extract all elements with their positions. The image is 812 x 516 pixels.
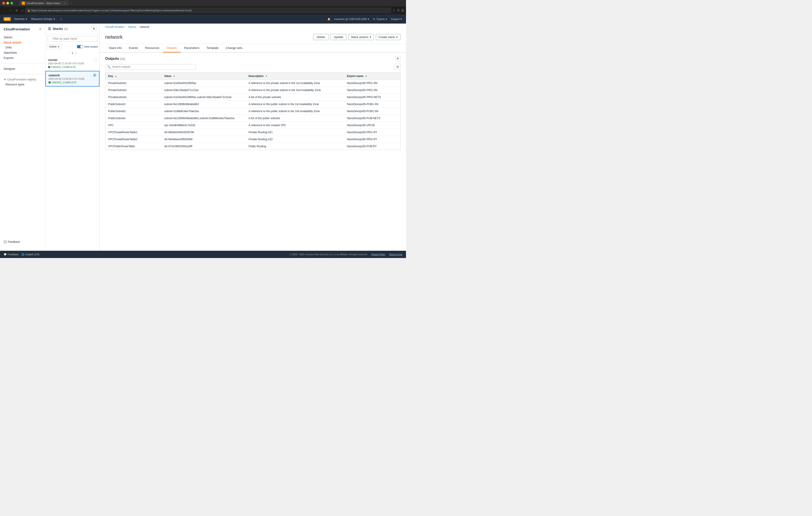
- next-page-btn[interactable]: ›: [75, 51, 77, 55]
- gear-settings-btn[interactable]: ⚙: [395, 64, 401, 70]
- sidebar-item-resource-types[interactable]: Resource types: [0, 82, 45, 87]
- output-key-0: PrivateSubnet1: [105, 80, 162, 87]
- network-radio[interactable]: [93, 73, 96, 77]
- update-button[interactable]: Update: [330, 34, 347, 40]
- output-value-9: rtb-074c28933392a35ff: [162, 143, 246, 150]
- reload-btn[interactable]: ↻: [14, 8, 19, 13]
- nested-toggle-switch[interactable]: [77, 45, 83, 48]
- browser-tab-title: CloudFormation - Stack netwo...: [26, 2, 62, 4]
- bell-icon[interactable]: 🔔: [327, 18, 330, 21]
- stack-pagination: ‹ 1 ›: [45, 50, 99, 56]
- table-row: PrivateSubnet1 subnet-0ce54e4f410f94fac …: [105, 80, 401, 87]
- refresh-outputs-btn[interactable]: ↻: [395, 56, 401, 61]
- url-bar[interactable]: 🔒 https://console.aws.amazon.com/cloudfo…: [25, 8, 391, 13]
- output-value-5: subnet-0e12808b3bba6a6b2,subnet-01d6b8cd…: [162, 115, 246, 122]
- export-sort-icon: ▼: [365, 75, 367, 78]
- forward-btn[interactable]: →: [8, 8, 13, 13]
- tab-parameters[interactable]: Parameters: [180, 44, 203, 53]
- output-desc-9: Public Routing: [246, 143, 344, 150]
- table-row: VPC vpc-03edb489be417a23d A reference to…: [105, 122, 401, 129]
- prev-page-btn[interactable]: ‹: [68, 51, 70, 55]
- maximize-dot[interactable]: [10, 2, 13, 4]
- tab-events[interactable]: Events: [125, 44, 142, 53]
- sidebar-item-stacksets[interactable]: StackSets: [0, 50, 45, 55]
- breadcrumb-cloudformation[interactable]: CloudFormation: [105, 25, 124, 29]
- tab-resources[interactable]: Resources: [142, 44, 163, 53]
- browser-tab[interactable]: CloudFormation - Stack netwo... ×: [19, 1, 68, 6]
- refresh-stacks-btn[interactable]: ↻: [91, 26, 97, 31]
- language-selector[interactable]: 🌐 English (US): [21, 253, 39, 256]
- tab-outputs[interactable]: Outputs: [163, 44, 180, 53]
- region-menu[interactable]: N. Virginia ▼: [373, 18, 387, 20]
- outputs-search-row: 🔍 ⚙: [105, 64, 401, 70]
- output-desc-7: Private Routing AZ1: [246, 129, 344, 136]
- sidebar-item-designer[interactable]: Designer: [0, 66, 45, 71]
- sidebar-registry-header[interactable]: ▼ CloudFormation registry: [0, 77, 45, 82]
- output-value-6: vpc-03edb489be417a23d: [162, 122, 246, 129]
- sidebar-item-drifts[interactable]: Drifts: [0, 45, 45, 50]
- stack-item-network[interactable]: network 2020-04-08 13:48:30 UTC+0100 CRE…: [45, 71, 99, 87]
- filter-dropdown[interactable]: Active ▼: [47, 44, 62, 49]
- aws-logo: aws: [4, 17, 11, 21]
- extensions-icon[interactable]: ⠿: [397, 9, 400, 12]
- sidebar-item-exports[interactable]: Exports: [0, 55, 45, 60]
- tab-close-btn[interactable]: ×: [64, 2, 65, 4]
- stack-item-cluster[interactable]: cluster 2020-04-08 17:24:29 UTC+0100 CRE…: [45, 56, 99, 71]
- terms-of-use-link[interactable]: Terms of Use: [389, 253, 402, 256]
- breadcrumb-stacks[interactable]: Stacks: [128, 25, 136, 29]
- main-layout: CloudFormation ✕ Stacks Stack details Dr…: [0, 24, 406, 251]
- col-header-export-name[interactable]: Export name ▼: [344, 73, 400, 80]
- resource-groups-menu[interactable]: Resource Groups ▼: [31, 18, 56, 21]
- browser-titlebar: CloudFormation - Stack netwo... × +: [0, 0, 406, 6]
- view-nested-toggle[interactable]: View nested: [77, 45, 98, 48]
- stack-details-header: network Delete Update Stack actions ▼ Cr…: [100, 30, 406, 44]
- col-header-key[interactable]: Key ▲: [105, 73, 162, 80]
- delete-button[interactable]: Delete: [313, 34, 328, 40]
- stack-search: 🔍: [45, 34, 99, 43]
- registry-chevron: ▼: [4, 78, 6, 81]
- stack-actions-caret: ▼: [369, 36, 372, 38]
- feedback-link[interactable]: 💬 Feedback: [4, 240, 41, 243]
- bookmarks-icon[interactable]: ☆: [393, 9, 395, 12]
- cluster-radio[interactable]: [93, 58, 97, 61]
- menu-icon[interactable]: ☰: [401, 9, 404, 12]
- sidebar-item-stacks[interactable]: Stacks: [0, 35, 45, 40]
- globe-icon: 🌐: [21, 253, 25, 256]
- sidebar-close-btn[interactable]: ✕: [39, 27, 41, 31]
- search-outputs-input[interactable]: [112, 65, 194, 68]
- network-stack-date: 2020-04-08 13:48:30 UTC+0100: [49, 78, 85, 80]
- network-stack-status: CREATE_COMPLETE: [49, 81, 85, 84]
- back-btn[interactable]: ←: [2, 8, 7, 13]
- privacy-policy-link[interactable]: Privacy Policy: [371, 253, 385, 256]
- tab-stack-info[interactable]: Stack info: [105, 44, 125, 53]
- col-header-value[interactable]: Value ▼: [162, 73, 246, 80]
- outputs-count: (10): [120, 57, 125, 60]
- minimize-dot[interactable]: [6, 2, 9, 4]
- create-stack-button[interactable]: Create stack ▼: [376, 34, 401, 40]
- user-menu[interactable]: maweeks @ 1198-4105-6280 ▼: [334, 18, 370, 20]
- sidebar-item-stack-details[interactable]: Stack details: [0, 40, 45, 45]
- output-desc-1: A reference to the private subnet in the…: [246, 87, 344, 94]
- url-text: https://console.aws.amazon.com/cloudform…: [31, 9, 192, 12]
- cluster-stack-status: CREATE_COMPLETE: [48, 66, 84, 68]
- support-menu[interactable]: Support ▼: [391, 18, 402, 20]
- outputs-header: Outputs (10) ↻: [105, 56, 401, 61]
- bookmark-icon[interactable]: ⛬: [59, 17, 63, 21]
- new-tab-btn[interactable]: +: [71, 1, 72, 5]
- stack-actions-button[interactable]: Stack actions ▼: [348, 34, 374, 40]
- services-menu[interactable]: Services ▼: [14, 18, 28, 21]
- search-bar[interactable]: 🔍: [105, 64, 196, 70]
- feedback-footer-link[interactable]: 💬 Feedback: [4, 253, 19, 256]
- output-value-7: rtb-08bdb3445d3208796: [162, 129, 246, 136]
- col-header-description[interactable]: Description ▼: [246, 73, 344, 80]
- output-export-9: NanoDevops05-PUB-RT: [344, 143, 400, 150]
- sidebar-footer: 💬 Feedback: [0, 237, 45, 247]
- tab-template[interactable]: Template: [203, 44, 222, 53]
- close-dot[interactable]: [2, 2, 5, 4]
- home-btn[interactable]: ⌂: [20, 8, 24, 13]
- tab-change-sets[interactable]: Change sets: [222, 44, 246, 53]
- breadcrumb-current: network: [140, 25, 149, 29]
- breadcrumb-sep-1: ›: [126, 25, 127, 29]
- stack-search-input[interactable]: [47, 36, 98, 41]
- desc-sort-icon: ▼: [265, 75, 267, 78]
